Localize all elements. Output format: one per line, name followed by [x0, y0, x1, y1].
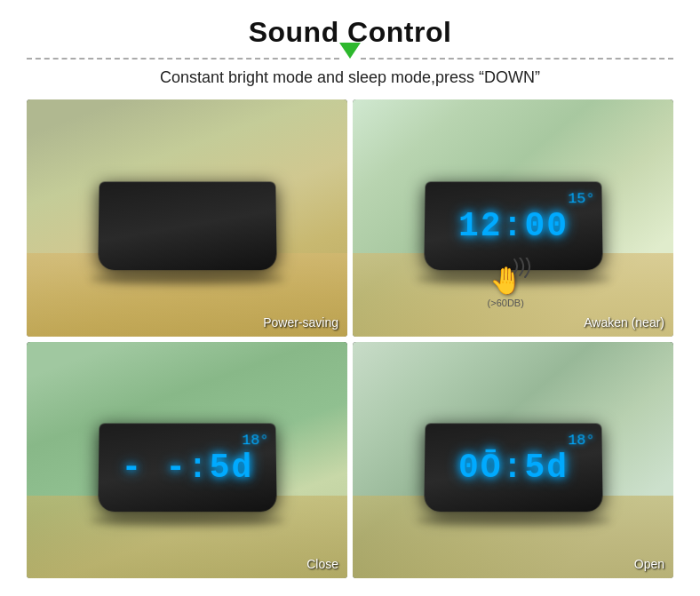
clock-shadow-3 [90, 515, 285, 526]
cell-open: 0Ō:5d 18° Open [353, 342, 673, 579]
cell-close: - -:5d 18° Close [27, 342, 347, 579]
divider-left [27, 58, 339, 60]
label-awaken: Awaken (near) [584, 315, 664, 330]
page-container: Sound Control Constant bright mode and s… [0, 0, 700, 596]
clock-shadow-4 [416, 515, 611, 526]
arrow-down-icon [339, 43, 361, 59]
clock-wrapper-1 [99, 181, 276, 270]
sound-waves-icon [507, 258, 539, 290]
label-power-saving: Power-saving [263, 315, 338, 330]
open-bg: 0Ō:5d 18° [353, 342, 673, 579]
cell-power-saving: Power-saving [27, 99, 347, 337]
clock-body-3: - -:5d 18° [98, 424, 276, 513]
hand-sound-area: 🤚 (>60DB) [488, 265, 524, 308]
subtitle-text: Constant bright mode and sleep mode,pres… [160, 68, 540, 87]
clock-shadow-1 [90, 274, 285, 284]
label-open: Open [634, 557, 664, 571]
awaken-bg: 12:00 15° 🤚 (>60DB) [353, 99, 673, 337]
close-bg: - -:5d 18° [27, 342, 347, 579]
awaken-temp: 15° [568, 190, 595, 207]
cell-awaken: 12:00 15° 🤚 (>60DB) Awaken (near) [353, 99, 673, 337]
divider-row [27, 58, 673, 60]
label-close: Close [306, 557, 338, 571]
clock-body-4: 0Ō:5d 18° [424, 424, 602, 513]
divider-right [361, 58, 673, 60]
clock-wrapper-4: 0Ō:5d 18° [425, 423, 602, 512]
image-grid: Power-saving 12:00 15° 🤚 [27, 99, 673, 578]
close-time: - -:5d [121, 449, 253, 487]
db-label: (>60DB) [488, 298, 524, 308]
open-time: 0Ō:5d [457, 449, 568, 487]
awaken-time: 12:00 [457, 207, 568, 245]
open-temp: 18° [568, 433, 595, 449]
clock-body-1 [98, 181, 276, 270]
clock-wrapper-3: - -:5d 18° [99, 423, 276, 512]
close-temp: 18° [242, 433, 269, 449]
power-saving-bg [27, 99, 347, 337]
